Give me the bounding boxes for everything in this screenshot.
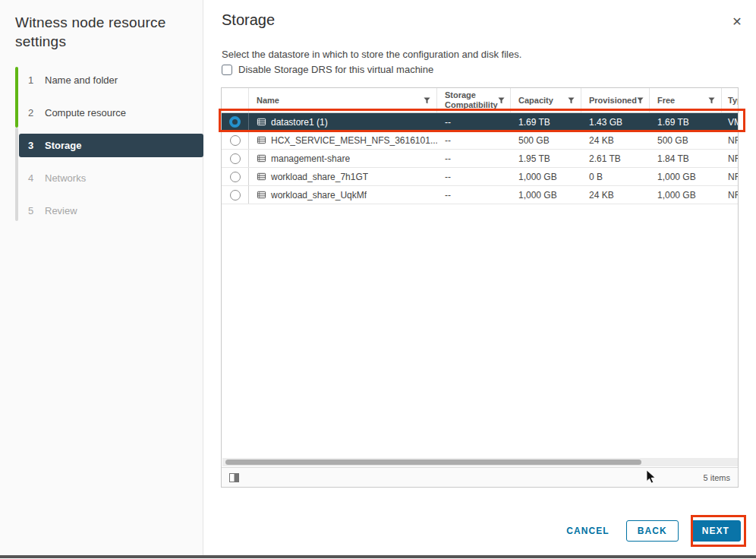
step-name-and-folder[interactable]: 1Name and folder (19, 64, 203, 96)
datastore-name: workload_share_7h1GT (271, 172, 368, 182)
disable-drs-checkbox[interactable] (222, 65, 232, 75)
step-number: 2 (28, 107, 35, 118)
header-cell-free[interactable]: Free (650, 88, 722, 112)
step-label: Networks (45, 172, 86, 184)
datastore-icon (257, 172, 266, 182)
back-button[interactable]: BACK (626, 520, 679, 542)
filter-icon[interactable] (424, 97, 430, 104)
step-label: Review (45, 205, 77, 216)
cell-name: workload_share_UqkMf (249, 186, 437, 204)
cell-type: NFS (722, 168, 739, 185)
wizard-steps: 1Name and folder2Compute resource3Storag… (15, 64, 203, 227)
row-radio-cell (222, 168, 249, 185)
datastore-icon (257, 153, 266, 163)
cancel-button[interactable]: CANCEL (562, 520, 613, 542)
wizard-buttons: CANCEL BACK NEXT (562, 520, 741, 542)
column-label: Name (257, 96, 279, 106)
cell-free: 1.84 TB (650, 150, 722, 167)
storage-step-panel: Storage ✕ Select the datastore in which … (203, 0, 756, 555)
wizard-sidebar: Witness node resource settings 1Name and… (0, 0, 203, 555)
filter-icon[interactable] (568, 97, 575, 104)
cell-capacity: 1,000 GB (511, 168, 581, 185)
cell-storage-compatibility: -- (437, 150, 511, 167)
table-header-row: NameStorage CompatibilityCapacityProvisi… (222, 88, 739, 113)
column-label: Provisioned (589, 96, 637, 106)
cell-type: NFS (722, 186, 739, 204)
cell-name: workload_share_7h1GT (249, 168, 437, 185)
cell-capacity: 1.95 TB (511, 150, 581, 167)
datastore-name: datastore1 (1) (271, 117, 328, 128)
step-number: 4 (28, 172, 35, 184)
horizontal-scrollbar[interactable] (222, 458, 738, 466)
window-bottom-edge (0, 555, 756, 558)
cell-name: HCX_SERVICE_MESH_NFS_3616101... (249, 131, 437, 149)
header-cell-capacity[interactable]: Capacity (511, 88, 581, 112)
cell-type: NFS (722, 150, 739, 167)
table-row[interactable]: workload_share_7h1GT--1,000 GB0 B1,000 G… (222, 168, 739, 186)
row-radio-cell (222, 131, 249, 149)
header-cell-storage-compatibility[interactable]: Storage Compatibility (437, 88, 511, 112)
cell-storage-compatibility: -- (437, 113, 511, 131)
step-label: Compute resource (45, 107, 126, 118)
filter-icon[interactable] (498, 97, 505, 104)
step-networks: 4Networks (19, 162, 203, 194)
table-footer: 5 items (222, 467, 738, 487)
filter-icon[interactable] (708, 97, 715, 104)
column-label: Storage Compatibility (445, 90, 498, 110)
table-row[interactable]: management-share--1.95 TB2.61 TB1.84 TBN… (222, 150, 739, 168)
next-button[interactable]: NEXT (691, 520, 741, 542)
wizard-title: Witness node resource settings (15, 13, 191, 51)
cell-provisioned: 2.61 TB (581, 150, 650, 167)
datastore-radio[interactable] (229, 116, 241, 128)
disable-drs-label: Disable Storage DRS for this virtual mac… (238, 64, 433, 75)
step-label: Name and folder (45, 74, 118, 86)
cell-free: 1,000 GB (650, 168, 722, 185)
row-radio-cell (222, 150, 249, 167)
cell-provisioned: 24 KB (581, 131, 650, 149)
header-cell-provisioned[interactable]: Provisioned (581, 88, 650, 112)
cell-type: VMFS (722, 113, 739, 131)
table-row[interactable]: HCX_SERVICE_MESH_NFS_3616101...--500 GB2… (222, 131, 739, 150)
items-count: 5 items (704, 473, 730, 482)
datastore-icon (257, 135, 266, 145)
cell-provisioned: 24 KB (581, 186, 650, 204)
header-cell-select (222, 88, 249, 112)
filter-icon[interactable] (637, 97, 644, 104)
row-radio-cell (222, 113, 249, 131)
column-picker-icon[interactable] (229, 473, 239, 482)
step-compute-resource[interactable]: 2Compute resource (19, 96, 203, 129)
header-cell-type[interactable]: Type (722, 88, 739, 112)
cell-provisioned: 1.43 GB (581, 113, 650, 131)
cell-capacity: 1.69 TB (511, 113, 581, 131)
close-icon[interactable]: ✕ (729, 13, 745, 30)
step-label: Storage (45, 140, 81, 151)
cell-storage-compatibility: -- (437, 186, 511, 204)
cell-free: 1,000 GB (650, 186, 722, 204)
table-row[interactable]: workload_share_UqkMf--1,000 GB24 KB1,000… (222, 186, 739, 204)
cell-capacity: 500 GB (511, 131, 581, 149)
step-description: Select the datastore in which to store t… (222, 49, 521, 60)
datastore-radio[interactable] (230, 190, 241, 201)
row-radio-cell (222, 186, 249, 204)
header-cell-name[interactable]: Name (249, 88, 437, 112)
datastore-icon (257, 117, 266, 127)
datastore-name: management-share (271, 153, 350, 164)
column-label: Type (728, 96, 739, 106)
progress-bar-remaining (15, 128, 18, 221)
datastore-name: HCX_SERVICE_MESH_NFS_3616101... (271, 135, 437, 146)
column-label: Capacity (518, 96, 553, 106)
step-review: 5Review (19, 194, 203, 227)
datastore-radio[interactable] (230, 135, 241, 146)
step-storage[interactable]: 3Storage (19, 134, 203, 157)
scrollbar-thumb[interactable] (225, 460, 641, 465)
datastore-name: workload_share_UqkMf (271, 190, 367, 201)
cell-provisioned: 0 B (581, 168, 650, 185)
table-row[interactable]: datastore1 (1)--1.69 TB1.43 GB1.69 TBVMF… (222, 113, 739, 131)
cell-capacity: 1,000 GB (511, 186, 581, 204)
datastore-icon (257, 190, 266, 200)
column-label: Free (657, 96, 675, 106)
datastore-radio[interactable] (230, 172, 241, 182)
step-number: 3 (28, 140, 35, 151)
page-title: Storage (222, 11, 275, 29)
datastore-radio[interactable] (230, 153, 241, 164)
